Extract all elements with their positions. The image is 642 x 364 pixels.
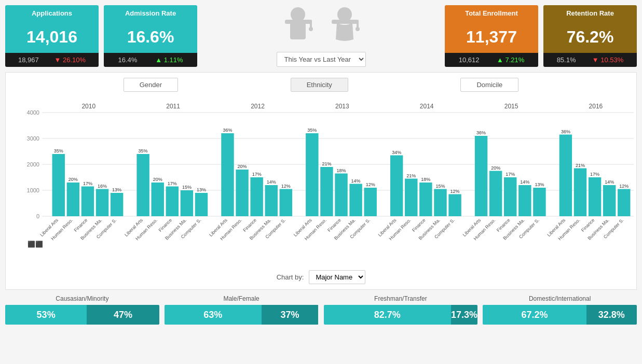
kpi-retention-rate-change: ▼ 10.53%	[592, 56, 624, 64]
svg-rect-87	[405, 179, 417, 217]
svg-rect-71	[320, 167, 333, 216]
svg-text:18%: 18%	[337, 168, 346, 173]
svg-rect-74	[335, 174, 347, 217]
svg-text:16%: 16%	[98, 184, 107, 189]
svg-text:13%: 13%	[535, 182, 544, 187]
svg-rect-55	[236, 170, 248, 216]
svg-text:12%: 12%	[450, 189, 460, 194]
svg-rect-84	[390, 156, 403, 217]
svg-rect-64	[280, 189, 292, 217]
ratio-seg-right-0: 47%	[87, 305, 159, 325]
kpi-retention-rate-prev: 85.1%	[557, 56, 576, 64]
tab-ethnicity[interactable]: Ethnicity	[291, 78, 348, 92]
svg-text:1000: 1000	[27, 187, 39, 193]
kpi-total-enrollment: Total Enrollment 11,377 10,612 ▲ 7.21%	[445, 5, 538, 67]
svg-rect-45	[181, 190, 193, 216]
top-kpi-row: Applications 14,016 18,967 ▼ 26.10% Admi…	[5, 5, 637, 67]
kpi-retention-rate-value: 76.2%	[543, 21, 637, 53]
svg-rect-29	[96, 189, 108, 217]
svg-text:2012: 2012	[251, 103, 265, 110]
svg-rect-26	[81, 187, 94, 217]
ratio-label-2: Freshman/Transfer	[324, 295, 478, 302]
svg-text:2011: 2011	[166, 103, 180, 110]
svg-text:21%: 21%	[322, 161, 331, 166]
kpi-admission-rate-value: 16.6%	[104, 21, 197, 53]
svg-rect-122	[589, 177, 601, 216]
comparison-select[interactable]: This Year vs Last Year This Year Last Ye…	[277, 52, 366, 67]
kpi-total-enrollment-prev: 10,612	[459, 56, 480, 64]
svg-rect-119	[574, 169, 586, 217]
svg-text:2014: 2014	[420, 103, 434, 110]
kpi-total-enrollment-footer: 10,612 ▲ 7.21%	[445, 53, 538, 67]
chart-by-select[interactable]: Major Name Department College	[309, 270, 365, 284]
svg-text:2013: 2013	[335, 103, 349, 110]
svg-text:34%: 34%	[392, 150, 401, 155]
svg-rect-125	[603, 185, 616, 216]
svg-text:17%: 17%	[590, 172, 599, 177]
kpi-applications-prev: 18,967	[18, 56, 39, 64]
grad-figure-1-icon	[280, 5, 316, 47]
svg-text:20%: 20%	[238, 164, 247, 169]
svg-text:0: 0	[36, 213, 39, 219]
graduation-figures	[280, 5, 363, 47]
svg-text:35%: 35%	[54, 148, 63, 153]
svg-text:⬛⬛: ⬛⬛	[28, 240, 43, 248]
svg-rect-77	[349, 184, 362, 217]
ratio-bar-1: 63%37%	[165, 305, 319, 325]
svg-text:13%: 13%	[197, 187, 206, 192]
chart-section: Gender Ethnicity Domicile 01000200030004…	[5, 72, 637, 290]
ratio-bar-0: 53%47%	[5, 305, 159, 325]
kpi-admission-rate: Admission Rate 16.6% 16.4% ▲ 1.11%	[104, 5, 197, 67]
kpi-applications-footer: 18,967 ▼ 26.10%	[5, 53, 99, 67]
ratio-card-1: Male/Female63%37%	[165, 295, 319, 325]
ratio-seg-right-3: 32.8%	[586, 305, 637, 325]
svg-rect-6	[332, 20, 358, 24]
svg-rect-61	[265, 185, 278, 216]
svg-rect-96	[448, 194, 461, 217]
svg-text:20%: 20%	[491, 165, 500, 171]
svg-text:36%: 36%	[476, 130, 486, 135]
svg-text:12%: 12%	[619, 184, 629, 189]
svg-text:2010: 2010	[81, 103, 95, 110]
ratio-label-1: Male/Female	[165, 295, 319, 302]
svg-rect-58	[250, 177, 263, 216]
svg-text:12%: 12%	[281, 184, 291, 189]
svg-rect-90	[419, 183, 432, 216]
tab-domicile[interactable]: Domicile	[460, 78, 518, 92]
tab-gender[interactable]: Gender	[124, 78, 178, 92]
svg-text:14%: 14%	[351, 178, 361, 184]
svg-rect-100	[475, 136, 487, 216]
ratio-seg-left-3: 67.2%	[483, 305, 586, 325]
svg-text:3000: 3000	[27, 135, 39, 142]
ratio-label-0: Causasian/Minority	[5, 295, 159, 302]
svg-text:36%: 36%	[223, 128, 232, 133]
svg-text:14%: 14%	[267, 179, 276, 185]
grad-figure-2-icon	[326, 5, 363, 47]
ratio-card-3: Domestic/International67.2%32.8%	[483, 295, 637, 325]
svg-rect-106	[504, 177, 516, 216]
svg-text:21%: 21%	[576, 163, 585, 168]
kpi-total-enrollment-value: 11,377	[445, 21, 538, 53]
svg-text:2000: 2000	[27, 161, 39, 167]
svg-rect-48	[195, 193, 208, 216]
ratio-seg-left-0: 53%	[5, 305, 87, 325]
svg-rect-32	[111, 193, 123, 216]
svg-rect-103	[489, 171, 502, 217]
kpi-admission-rate-change: ▲ 1.11%	[155, 56, 183, 64]
svg-rect-93	[434, 189, 446, 217]
chart-footer: Chart by: Major Name Department College	[11, 270, 631, 284]
svg-rect-42	[166, 187, 179, 217]
svg-text:14%: 14%	[520, 179, 529, 185]
ratio-seg-right-1: 37%	[262, 305, 319, 325]
svg-text:4000: 4000	[27, 109, 39, 116]
svg-text:17%: 17%	[83, 181, 92, 186]
svg-text:15%: 15%	[182, 185, 192, 190]
svg-text:17%: 17%	[506, 172, 515, 177]
center-logo-area: This Year vs Last Year This Year Last Ye…	[202, 5, 440, 67]
ratio-seg-left-1: 63%	[165, 305, 262, 325]
svg-text:20%: 20%	[69, 177, 78, 182]
kpi-total-enrollment-header: Total Enrollment	[445, 5, 538, 21]
svg-rect-23	[67, 183, 79, 216]
svg-rect-2	[285, 20, 311, 24]
bar-chart-svg: 01000200030004000201035%Liberal Arts20%H…	[26, 97, 634, 263]
